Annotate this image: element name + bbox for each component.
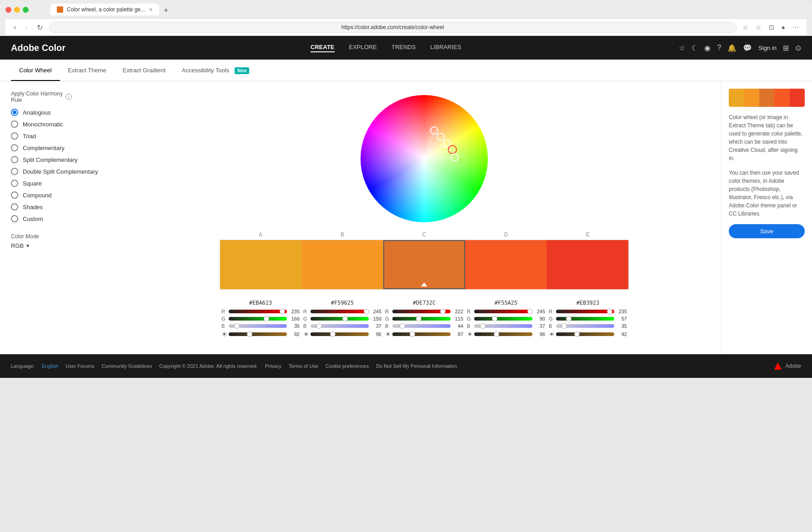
footer-language-value[interactable]: English [42, 363, 58, 369]
reload-button[interactable]: ↻ [34, 22, 45, 33]
option-complementary[interactable]: Complementary [11, 144, 116, 151]
g-thumb-e[interactable] [566, 316, 571, 321]
g-thumb-c[interactable] [416, 316, 421, 321]
option-compound[interactable]: Compound [11, 191, 116, 199]
reading-list-icon[interactable]: ☆ [753, 23, 764, 32]
footer-terms[interactable]: Terms of Use [289, 363, 318, 369]
b-thumb-d[interactable] [480, 323, 486, 329]
g-thumb-d[interactable] [492, 316, 497, 321]
info-icon[interactable]: i [65, 94, 72, 100]
nav-explore[interactable]: EXPLORE [349, 44, 377, 52]
b-thumb-a[interactable] [234, 323, 240, 329]
footer-community-guidelines[interactable]: Community Guidelines [102, 363, 152, 369]
radio-complementary[interactable] [11, 144, 18, 151]
r-track-e[interactable] [556, 310, 614, 313]
option-split-complementary[interactable]: Split Complementary [11, 156, 116, 163]
b-thumb-b[interactable] [316, 323, 322, 329]
option-shades[interactable]: Shades [11, 203, 116, 211]
color-wheel[interactable] [361, 95, 488, 222]
footer-user-forums[interactable]: User Forums [65, 363, 95, 369]
g-thumb-a[interactable] [264, 316, 269, 321]
forward-button[interactable]: › [22, 22, 30, 32]
minimize-button[interactable] [14, 7, 20, 13]
r-thumb-d[interactable] [527, 309, 533, 314]
r-track-c[interactable] [392, 310, 451, 313]
r-track-d[interactable] [474, 310, 532, 313]
r-thumb-e[interactable] [607, 309, 612, 314]
b-track-b[interactable] [311, 324, 369, 328]
g-track-b[interactable] [311, 317, 369, 321]
swatch-b[interactable] [302, 240, 384, 289]
tab-extract-gradient[interactable]: Extract Gradient [115, 60, 174, 81]
option-custom[interactable]: Custom [11, 215, 116, 222]
swatch-d[interactable] [465, 240, 547, 289]
save-button[interactable]: Save [729, 224, 805, 238]
help-circle-icon[interactable]: ⊙ [795, 44, 801, 52]
footer-do-not-sell[interactable]: Do Not Sell My Personal Information [376, 363, 457, 369]
wheel-selector-b[interactable] [436, 133, 445, 141]
more-options-icon[interactable]: ⋯ [790, 23, 801, 32]
option-triad[interactable]: Triad [11, 132, 116, 140]
wheel-selector-e[interactable] [451, 153, 459, 161]
swatch-c[interactable] [383, 240, 465, 289]
radio-square[interactable] [11, 180, 18, 187]
r-track-b[interactable] [311, 310, 369, 313]
r-thumb-c[interactable] [440, 309, 446, 314]
radio-compound[interactable] [11, 191, 18, 199]
br-thumb-c[interactable] [410, 331, 415, 337]
hex-e[interactable]: #EB3923 [549, 300, 627, 306]
apps-grid-icon[interactable]: ⊞ [783, 44, 789, 52]
option-square[interactable]: Square [11, 180, 116, 187]
bookmark-star-icon[interactable]: ☆ [740, 23, 751, 32]
b-track-e[interactable] [556, 324, 614, 328]
br-thumb-e[interactable] [574, 331, 580, 337]
notifications-icon[interactable]: 🔔 [727, 44, 737, 52]
maximize-button[interactable] [23, 7, 29, 13]
br-track-b[interactable] [311, 332, 369, 336]
option-double-split[interactable]: Double Split Complementary [11, 168, 116, 175]
b-track-a[interactable] [229, 324, 287, 328]
color-mode-select[interactable]: RGB ▼ [11, 242, 30, 249]
b-track-c[interactable] [392, 324, 451, 328]
color-wheel-container[interactable] [361, 95, 488, 222]
nav-create[interactable]: CREATE [311, 44, 334, 52]
nav-trends[interactable]: TRENDS [391, 44, 416, 52]
option-analogous[interactable]: Analogous [11, 109, 116, 116]
br-thumb-a[interactable] [247, 331, 252, 337]
radio-custom[interactable] [11, 215, 18, 222]
br-track-c[interactable] [392, 332, 451, 336]
br-track-d[interactable] [474, 332, 532, 336]
radio-double-split[interactable] [11, 168, 18, 175]
br-track-a[interactable] [229, 332, 287, 336]
r-track-a[interactable] [229, 310, 287, 313]
hex-d[interactable]: #F55A25 [467, 300, 545, 306]
swatch-a[interactable] [220, 240, 302, 289]
b-track-d[interactable] [474, 324, 532, 328]
g-track-d[interactable] [474, 317, 532, 321]
radio-shades[interactable] [11, 203, 18, 211]
br-track-e[interactable] [556, 332, 614, 336]
tab-accessibility-tools[interactable]: Accessibility Tools New [174, 60, 258, 81]
hex-c[interactable]: #DE732C [385, 300, 463, 306]
option-monochromatic[interactable]: Monochromatic [11, 120, 116, 128]
moon-icon[interactable]: ☾ [692, 44, 698, 52]
hex-a[interactable]: #EBA623 [221, 300, 300, 306]
g-track-c[interactable] [392, 317, 451, 321]
color-wheel-icon[interactable]: ◉ [704, 44, 711, 52]
br-thumb-d[interactable] [494, 331, 499, 337]
g-thumb-b[interactable] [342, 316, 348, 321]
br-thumb-b[interactable] [330, 331, 336, 337]
r-thumb-b[interactable] [364, 309, 369, 314]
url-input[interactable] [49, 22, 737, 33]
share-icon[interactable]: ⊡ [767, 23, 777, 32]
swatch-e[interactable] [546, 240, 628, 289]
radio-split-complementary[interactable] [11, 156, 18, 163]
wheel-selector-a[interactable] [430, 126, 438, 135]
b-thumb-c[interactable] [400, 323, 405, 329]
radio-analogous[interactable] [11, 109, 18, 116]
radio-triad[interactable] [11, 132, 18, 140]
close-button[interactable] [5, 7, 11, 13]
tab-extract-theme[interactable]: Extract Theme [60, 60, 115, 81]
chat-icon[interactable]: 💬 [743, 44, 752, 52]
g-track-e[interactable] [556, 317, 614, 321]
